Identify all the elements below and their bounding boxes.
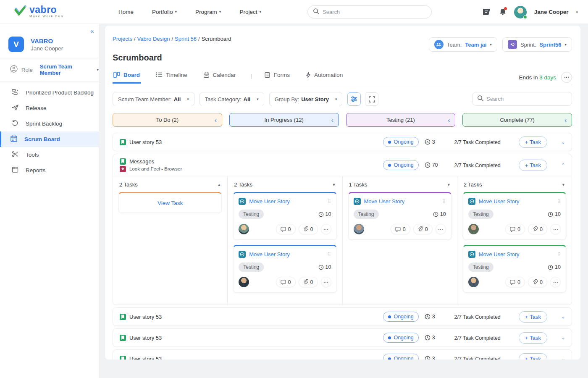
task-more-icon[interactable] (321, 224, 331, 234)
vabro-logo[interactable]: vabro Make Work Fun (14, 5, 81, 18)
breadcrumb-projects[interactable]: Projects (113, 36, 132, 42)
assignee-avatar[interactable] (468, 224, 479, 234)
column-collapse-triangle-icon[interactable]: ▼ (562, 183, 565, 187)
attachments-count[interactable]: 0 (528, 277, 547, 287)
comments-count[interactable]: 0 (505, 277, 525, 287)
view-tabs: Board Timeline Calendar | Forms Automati… (113, 70, 572, 85)
global-search-input[interactable] (323, 9, 419, 15)
column-collapse-triangle-icon[interactable]: ▼ (332, 183, 336, 187)
task-card[interactable]: Move User Story⠿ Testing10 0 0 (233, 192, 336, 240)
breadcrumb-sprint-56[interactable]: Sprint 56 (175, 36, 197, 42)
user-avatar[interactable] (514, 6, 527, 18)
task-title[interactable]: Move User Story (249, 198, 321, 205)
story-row[interactable]: User story 53 Ongoing 3 2/7 Task Complet… (113, 328, 572, 347)
sidebar-item-release[interactable]: Release (0, 100, 99, 116)
nav-item-program[interactable]: Program▾ (195, 9, 221, 15)
expand-story-chevron-icon[interactable]: ⌄ (561, 335, 566, 341)
drag-handle-icon[interactable]: ⠿ (439, 200, 446, 202)
column-complete[interactable]: Complete (77)‹ (462, 113, 572, 127)
team-selector[interactable]: Team: Team jai ▾ (429, 37, 497, 52)
view-task-card[interactable]: View Task (118, 192, 222, 213)
expand-story-chevron-icon[interactable]: ⌄ (561, 314, 566, 320)
task-card[interactable]: Move User Story⠿ Testing10 0 0 (233, 245, 336, 293)
feedback-icon[interactable] (482, 8, 491, 16)
sidebar-collapse-icon[interactable]: « (90, 27, 94, 34)
notifications-bell-icon[interactable] (499, 8, 507, 16)
column-in-progress[interactable]: In Progress (12)‹ (229, 113, 339, 127)
tab-forms[interactable]: Forms (263, 72, 291, 84)
filter-scrum-team-member[interactable]: Scrum Team Member:All ▾ (113, 92, 194, 106)
attachments-count[interactable]: 0 (299, 224, 318, 234)
task-title[interactable]: Move User Story (479, 251, 551, 257)
comments-count[interactable]: 0 (276, 277, 296, 287)
drag-handle-icon[interactable]: ⠿ (325, 200, 331, 202)
task-title[interactable]: Move User Story (364, 198, 436, 205)
tab-calendar[interactable]: Calendar (202, 72, 237, 84)
board-search-input[interactable] (486, 96, 562, 102)
column-todo[interactable]: To Do (2)‹ (113, 113, 222, 127)
attachments-count[interactable]: 0 (299, 277, 318, 287)
role-selector[interactable]: Role Scrum Team Member ▾ (0, 58, 99, 81)
collapse-column-icon[interactable]: ‹ (331, 116, 333, 123)
user-menu-chevron-icon[interactable]: ▾ (576, 10, 578, 14)
task-more-icon[interactable] (321, 277, 331, 287)
assignee-avatar[interactable] (468, 277, 479, 287)
add-task-button[interactable]: +Task (519, 311, 547, 323)
task-title[interactable]: Move User Story (479, 198, 551, 205)
expand-story-chevron-icon[interactable]: ⌄ (561, 356, 566, 360)
add-task-button[interactable]: +Task (519, 332, 547, 344)
column-collapse-triangle-icon[interactable]: ▲ (217, 183, 221, 187)
collapse-column-icon[interactable]: ‹ (215, 116, 217, 123)
tab-automation[interactable]: Automation (305, 72, 344, 84)
sidebar-item-sprint-backlog[interactable]: Sprint Backlog (0, 116, 99, 131)
sidebar-item-prioritized-product-backlog[interactable]: Prioritized Product Backlog (0, 85, 99, 100)
fullscreen-icon[interactable] (365, 92, 378, 106)
drag-handle-icon[interactable]: ⠿ (554, 200, 561, 202)
task-more-icon[interactable] (436, 224, 446, 234)
task-card[interactable]: Move User Story⠿ Testing10 0 0 (463, 245, 566, 293)
story-row[interactable]: User story 53 Ongoing 3 2/7 Task Complet… (113, 349, 572, 360)
collapse-story-chevron-icon[interactable]: ⌃ (561, 163, 566, 168)
sidebar-item-scrum-board[interactable]: Scrum Board (0, 131, 99, 147)
add-task-button[interactable]: +Task (519, 136, 547, 148)
add-task-button[interactable]: +Task (519, 160, 547, 171)
task-more-icon[interactable] (550, 224, 561, 234)
breadcrumb-vabro-design[interactable]: Vabro Design (137, 36, 170, 42)
drag-handle-icon[interactable]: ⠿ (554, 253, 561, 255)
nav-item-project[interactable]: Project▾ (239, 9, 261, 15)
task-title[interactable]: Move User Story (249, 251, 321, 257)
expand-story-chevron-icon[interactable]: ⌄ (561, 139, 566, 145)
attachments-count[interactable]: 0 (413, 224, 433, 234)
drag-handle-icon[interactable]: ⠿ (325, 253, 331, 255)
comments-count[interactable]: 0 (505, 224, 525, 234)
tab-board[interactable]: Board (113, 72, 141, 84)
collapse-column-icon[interactable]: ‹ (448, 116, 450, 123)
task-more-icon[interactable] (550, 277, 561, 287)
sidebar-item-tools[interactable]: Tools (0, 147, 99, 163)
story-row[interactable]: Messages ❖Look and Feel - Browser Ongoin… (113, 154, 572, 176)
sprint-selector[interactable]: ⟲ Sprint: Sprint56 ▾ (502, 37, 572, 52)
story-row[interactable]: User story 53 Ongoing 3 2/7 Task Complet… (113, 133, 572, 151)
more-options-icon[interactable] (561, 72, 572, 83)
nav-item-home[interactable]: Home (118, 9, 134, 15)
view-task-link[interactable]: View Task (158, 200, 183, 206)
assignee-avatar[interactable] (239, 277, 249, 287)
add-task-button[interactable]: +Task (519, 353, 547, 360)
filter-task-category[interactable]: Task Category:All ▾ (200, 92, 264, 106)
collapse-column-icon[interactable]: ‹ (564, 116, 567, 123)
filter-group-by[interactable]: Group By:User Story ▾ (269, 92, 343, 106)
sidebar-item-reports[interactable]: Reports (0, 163, 99, 178)
task-card[interactable]: Move User Story⠿ Testing10 0 0 (348, 192, 452, 240)
column-collapse-triangle-icon[interactable]: ▼ (447, 183, 451, 187)
tab-timeline[interactable]: Timeline (155, 72, 188, 84)
story-row[interactable]: User story 53 Ongoing 3 2/7 Task Complet… (113, 307, 572, 326)
assignee-avatar[interactable] (354, 224, 364, 234)
attachments-count[interactable]: 0 (528, 224, 547, 234)
nav-item-portfolio[interactable]: Portfolio▾ (152, 9, 177, 15)
assignee-avatar[interactable] (239, 224, 249, 234)
comments-count[interactable]: 0 (276, 224, 296, 234)
board-settings-sliders-icon[interactable] (347, 92, 361, 106)
comments-count[interactable]: 0 (391, 224, 410, 234)
task-card[interactable]: Move User Story⠿ Testing10 0 0 (463, 192, 566, 240)
column-testing[interactable]: Testing (21)‹ (346, 113, 456, 127)
